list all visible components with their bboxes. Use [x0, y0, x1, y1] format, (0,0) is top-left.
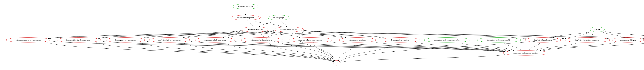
nodes-layer: src/data-download.pydata/raw/student-por… [6, 4, 644, 65]
edge-raw-student-por-to-processed-test [248, 20, 253, 27]
node-lmlasso: data/output/lmlasso_hyperparam.csv [6, 38, 50, 43]
edge-processed-train-to-lmridge [99, 30, 274, 39]
edge-processed-train-to-box-plots [303, 30, 526, 39]
node-label-final-results: data/output/final_results.csv [391, 39, 410, 41]
edge-raw-student-por-to-processed-train [254, 20, 281, 27]
node-label-lgbm: data/output/lgbm_hyperparam.csv [299, 39, 323, 41]
edge-processed-test-to-rf [142, 30, 242, 39]
edge-processed-test-to-final-results [268, 30, 384, 39]
node-final-results: data/output/final_results.csv [382, 38, 420, 43]
node-corr-matrix: img/output/correlation_matrix.png [564, 38, 610, 43]
edge-src-wrangling-to-processed-test [260, 20, 274, 27]
node-g3-hist: img/output/g3_hist.png [612, 38, 644, 43]
node-feat-importance: data/output/feat_importance.csv [241, 38, 282, 43]
node-ranked-features: img/output/ranked_features.png [195, 38, 235, 43]
edge-processed-train-to-lmlasso [49, 30, 274, 39]
edge-processed-train-to-absences [303, 30, 644, 40]
node-cv-results: data/output/cv_results.csv [339, 38, 376, 43]
node-label-rf: data/output/rf_hyperparam.csv [115, 39, 136, 41]
dependency-graph: src/data-download.pydata/raw/student-por… [0, 0, 644, 70]
node-all: all [333, 60, 340, 65]
edge-lmridge-to-all [96, 42, 333, 63]
node-label-report-md: doc/student_performance_report.md [514, 52, 538, 54]
edge-g3-hist-to-report-md [540, 42, 616, 51]
edge-report-md-to-all [340, 54, 505, 63]
node-label-lmridge: data/output/lmridge_hyperparam.csv [66, 39, 91, 41]
node-label-box-plots: img/output/box-plots.png [534, 39, 552, 41]
node-label-ranked-features: img/output/ranked_features.png [204, 39, 226, 41]
edge-feat-importance-to-report-md [281, 41, 505, 52]
edge-processed-train-to-lgbm [294, 32, 306, 38]
node-report-md: doc/student_performance_report.md [503, 51, 548, 55]
edge-lgbm-to-report-md [330, 41, 506, 52]
node-label-all: all [336, 62, 338, 64]
edge-cv-results-to-report-md [374, 41, 507, 52]
node-processed-train: data/processed/train.csv [274, 27, 304, 32]
node-label-src-data-download: src/data-download.py [238, 6, 253, 7]
node-src-wrangling: src/wrangling.R [268, 15, 290, 20]
edge-final-results-to-report-md [416, 42, 510, 51]
edge-xgb-to-report-md [189, 41, 504, 52]
node-refs-bib: doc/student_performance_refs.bib [477, 38, 521, 43]
node-src-data-download: src/data-download.py [232, 4, 259, 9]
node-raw-student-por: data/raw/student-por.csv [231, 15, 260, 20]
edge-processed-train-to-final-results [302, 31, 385, 39]
edge-processed-test-to-ranked-features [224, 31, 247, 38]
node-lmridge: data/output/lmridge_hyperparam.csv [56, 38, 101, 43]
node-label-corr-matrix: img/output/correlation_matrix.png [575, 39, 599, 41]
node-label-raw-student-por: data/raw/student-por.csv [237, 17, 254, 19]
node-label-report-rmd: doc/student_performance_report.Rmd [434, 39, 460, 41]
node-label-cv-results: data/output/cv_results.csv [348, 39, 366, 41]
node-box-plots: img/output/box-plots.png [525, 38, 561, 43]
node-processed-test: data/processed/test.csv [241, 27, 269, 32]
edge-rf-to-all [140, 42, 333, 62]
node-label-refs-bib: doc/student_performance_refs.bib [487, 39, 511, 41]
node-label-src-eda: src/eda.R [594, 28, 600, 30]
edge-processed-test-to-cv-results [267, 31, 343, 39]
edge-processed-test-to-lmlasso [49, 30, 241, 39]
node-src-eda: src/eda.R [590, 27, 604, 32]
node-label-lmlasso: data/output/lmlasso_hyperparam.csv [16, 39, 41, 41]
edge-rf-to-report-md [144, 41, 504, 52]
edges-layer [47, 9, 644, 63]
node-label-processed-train: data/processed/train.csv [280, 28, 297, 30]
node-lgbm: data/output/lgbm_hyperparam.csv [290, 38, 332, 43]
edge-corr-matrix-to-report-md [536, 42, 577, 51]
node-xgb: data/output/xgb_hyperparam.csv [149, 38, 190, 43]
node-rf: data/output/rf_hyperparam.csv [106, 38, 145, 43]
node-label-xgb: data/output/xgb_hyperparam.csv [158, 39, 181, 41]
node-label-processed-test: data/processed/test.csv [247, 28, 263, 30]
edge-processed-train-to-xgb [186, 30, 276, 39]
edge-src-eda-to-g3-hist [602, 31, 621, 38]
node-report-rmd: doc/student_performance_report.Rmd [424, 38, 470, 43]
edge-src-wrangling-to-processed-train [281, 20, 287, 27]
node-label-g3-hist: img/output/g3_hist.png [620, 39, 636, 41]
node-label-src-wrangling: src/wrangling.R [274, 17, 284, 19]
edge-processed-test-to-lgbm [264, 31, 300, 38]
node-label-feat-importance: data/output/feat_importance.csv [251, 39, 273, 41]
